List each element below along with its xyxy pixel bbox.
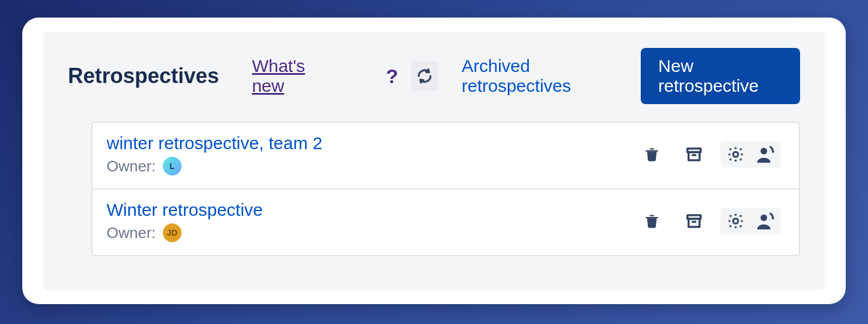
archive-button[interactable] [678, 205, 710, 237]
list-item-more-group [720, 208, 781, 235]
list-item-main: Winter retrospective Owner: JD [107, 200, 636, 242]
retrospectives-list: winter retrospective, team 2 Owner: L [91, 122, 800, 256]
owner-label: Owner: [107, 157, 156, 175]
svg-point-3 [733, 152, 739, 157]
whats-new-link[interactable]: What's new [252, 56, 332, 96]
gear-icon [726, 212, 745, 230]
new-retrospective-button[interactable]: New retrospective [641, 48, 800, 104]
list-item-actions [636, 139, 781, 170]
refresh-button[interactable] [411, 61, 438, 91]
archive-icon [685, 212, 703, 230]
settings-button[interactable] [726, 145, 745, 164]
svg-point-8 [733, 219, 739, 224]
archive-button[interactable] [678, 139, 710, 170]
delete-button[interactable] [636, 139, 668, 170]
list-item-actions [636, 205, 781, 237]
person-voice-icon [756, 144, 775, 164]
owner-avatar[interactable]: L [163, 157, 182, 175]
svg-rect-1 [689, 152, 700, 160]
trash-icon [644, 213, 660, 229]
owner-label: Owner: [107, 224, 156, 242]
list-item-main: winter retrospective, team 2 Owner: L [107, 133, 636, 175]
list-item-more-group [720, 141, 781, 168]
trash-icon [644, 146, 660, 163]
question-mark-icon: ? [386, 65, 398, 88]
list-item: Winter retrospective Owner: JD [93, 189, 799, 255]
panel-card: Retrospectives What's new ? Archived ret… [22, 18, 846, 304]
svg-point-4 [761, 148, 767, 154]
settings-button[interactable] [726, 212, 745, 230]
refresh-icon [416, 67, 433, 85]
help-icon[interactable]: ? [378, 61, 405, 91]
archive-icon [685, 146, 703, 163]
archived-link[interactable]: Archived retrospectives [462, 56, 623, 96]
svg-rect-6 [689, 219, 700, 227]
owner-avatar[interactable]: JD [163, 223, 182, 242]
svg-point-9 [761, 215, 767, 221]
list-item: winter retrospective, team 2 Owner: L [93, 123, 799, 189]
list-item-title[interactable]: Winter retrospective [107, 200, 636, 220]
share-button[interactable] [756, 211, 775, 231]
list-item-owner: Owner: L [107, 157, 636, 175]
list-item-owner: Owner: JD [107, 223, 636, 242]
header-bar: Retrospectives What's new ? Archived ret… [68, 48, 800, 104]
list-item-title[interactable]: winter retrospective, team 2 [107, 133, 636, 153]
person-voice-icon [756, 211, 775, 231]
panel-inner: Retrospectives What's new ? Archived ret… [43, 32, 825, 290]
share-button[interactable] [756, 144, 775, 164]
page-title: Retrospectives [68, 64, 219, 88]
gear-icon [726, 145, 745, 164]
delete-button[interactable] [636, 205, 668, 237]
